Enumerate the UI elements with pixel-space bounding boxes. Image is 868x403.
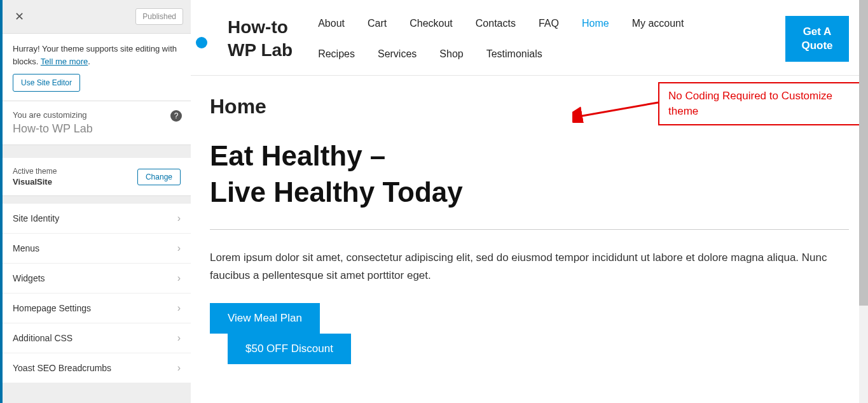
chevron-right-icon: › (177, 243, 181, 254)
help-icon[interactable]: ? (170, 110, 182, 122)
nav-link[interactable]: Testimonials (486, 48, 542, 60)
menu-item-label: Yoast SEO Breadcrumbs (13, 363, 111, 373)
scrollbar-thumb[interactable] (859, 0, 868, 306)
notice-prefix: Hurray! Your theme supports site editing… (13, 44, 177, 66)
chevron-right-icon: › (177, 362, 181, 374)
annotation-box: No Coding Required to Customize theme (658, 82, 868, 125)
customizer-menu-item[interactable]: Homepage Settings› (3, 293, 191, 323)
chevron-right-icon: › (177, 332, 181, 344)
menu-item-label: Menus (13, 243, 39, 253)
site-header: How-toWP Lab AboutCartCheckoutContactsFA… (191, 0, 868, 65)
active-theme-panel: Active theme VisualSite Change (3, 158, 191, 196)
published-button[interactable]: Published (135, 8, 183, 25)
customizer-menu-item[interactable]: Additional CSS› (3, 323, 191, 353)
site-editor-notice: Hurray! Your theme supports site editing… (3, 34, 191, 101)
customizing-site-name: How-to WP Lab (13, 122, 181, 136)
menu-item-label: Additional CSS (13, 333, 72, 343)
notice-text: Hurray! Your theme supports site editing… (13, 43, 181, 67)
nav-link[interactable]: Contacts (476, 18, 516, 29)
hero-line-1: Eat Healthy – (210, 138, 849, 174)
svg-line-1 (579, 103, 658, 117)
page-content: No Coding Required to Customize theme Ho… (191, 75, 868, 383)
customizer-menu-item[interactable]: Widgets› (3, 264, 191, 293)
menu-item-label: Site Identity (13, 213, 59, 223)
change-theme-button[interactable]: Change (137, 169, 181, 185)
menu-item-label: Homepage Settings (13, 303, 91, 313)
logo-icon (196, 37, 207, 48)
customizer-menu-item[interactable]: Yoast SEO Breadcrumbs› (3, 353, 191, 383)
customizing-panel: You are customizing How-to WP Lab ? (3, 101, 191, 145)
nav-link[interactable]: Shop (439, 48, 463, 60)
customizer-sidebar: ✕ Published Hurray! Your theme supports … (0, 0, 191, 403)
annotation-arrow-icon (572, 97, 661, 123)
customizer-menu-item[interactable]: Site Identity› (3, 204, 191, 234)
site-title: How-toWP Lab (228, 16, 293, 62)
hero-line-2: Live Healthy Today (210, 174, 849, 210)
cta-row: View Meal Plan $50 OFF Discount (210, 303, 849, 364)
site-title-text: How-toWP Lab (228, 16, 293, 62)
nav-link[interactable]: My account (632, 18, 684, 29)
hero-heading: Eat Healthy – Live Healthy Today (210, 138, 849, 210)
customizer-menu-item[interactable]: Menus› (3, 234, 191, 264)
nav-row-1: AboutCartCheckoutContactsFAQHomeMy accou… (318, 13, 785, 34)
body-text: Lorem ipsum dolor sit amet, consectetur … (210, 249, 849, 283)
chevron-right-icon: › (177, 213, 181, 224)
theme-name: VisualSite (13, 177, 57, 187)
chevron-right-icon: › (177, 272, 181, 284)
nav-link[interactable]: Cart (368, 18, 387, 29)
nav-link[interactable]: Services (378, 48, 417, 60)
nav-row-2: RecipesServicesShopTestimonials (318, 43, 785, 65)
customizing-label: You are customizing (13, 110, 181, 120)
nav-link[interactable]: Recipes (318, 48, 355, 60)
nav-link[interactable]: Checkout (410, 18, 453, 29)
discount-button[interactable]: $50 OFF Discount (228, 334, 351, 364)
use-site-editor-button[interactable]: Use Site Editor (13, 74, 80, 92)
tell-me-more-link[interactable]: Tell me more (41, 57, 88, 66)
notice-period: . (88, 57, 90, 66)
main-nav: AboutCartCheckoutContactsFAQHomeMy accou… (318, 13, 785, 65)
nav-link[interactable]: About (318, 18, 345, 29)
get-quote-button[interactable]: Get A Quote (785, 16, 849, 62)
sidebar-top-bar: ✕ Published (3, 0, 191, 34)
close-icon: ✕ (15, 10, 24, 24)
spacer (3, 145, 191, 158)
customizer-menu-list: Site Identity›Menus›Widgets›Homepage Set… (3, 204, 191, 383)
nav-link[interactable]: FAQ (539, 18, 559, 29)
chevron-right-icon: › (177, 302, 181, 314)
menu-item-label: Widgets (13, 273, 45, 283)
view-meal-plan-button[interactable]: View Meal Plan (210, 303, 320, 334)
divider (210, 229, 849, 230)
preview-pane: How-toWP Lab AboutCartCheckoutContactsFA… (191, 0, 868, 403)
active-theme-label: Active theme (13, 167, 57, 176)
close-button[interactable]: ✕ (8, 5, 31, 28)
scrollbar-track[interactable] (859, 0, 868, 403)
nav-link[interactable]: Home (582, 18, 609, 29)
